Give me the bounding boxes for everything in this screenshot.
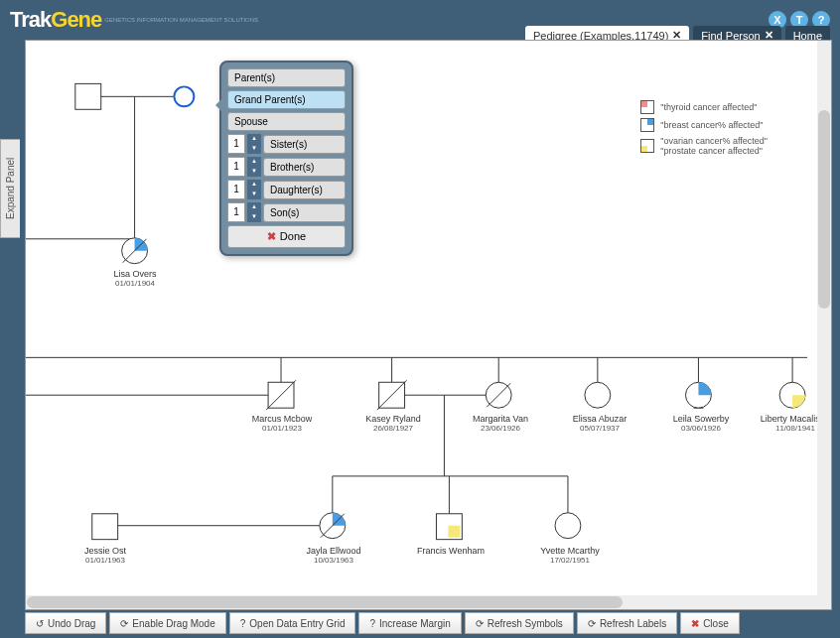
person-node[interactable]: Lisa Overs01/01/1904 <box>100 267 170 288</box>
logo-text-1: Trak <box>10 7 51 33</box>
scroll-thumb[interactable] <box>818 110 830 309</box>
svg-rect-32 <box>92 514 118 540</box>
svg-rect-25 <box>379 382 405 408</box>
expand-panel-button[interactable]: Expand Panel <box>0 139 20 238</box>
popup-grandparents[interactable]: Grand Parent(s) <box>227 90 346 109</box>
svg-rect-36 <box>448 526 460 538</box>
svg-point-27 <box>486 382 511 408</box>
popup-spouse[interactable]: Spouse <box>227 112 346 131</box>
pedigree-canvas[interactable]: Lisa Overs01/01/1904 Marcus Mcbow01/01/1… <box>25 40 832 610</box>
question-icon: ? <box>240 618 246 629</box>
svg-rect-35 <box>436 514 462 540</box>
close-icon: ✖ <box>691 618 699 629</box>
person-node[interactable]: Yvette Mcarthy17/02/1951 <box>530 544 610 565</box>
add-relative-popup: Parent(s) Grand Parent(s) Spouse 1▲▼Sist… <box>219 61 353 256</box>
svg-rect-19 <box>75 83 101 109</box>
close-button[interactable]: ✖Close <box>680 612 740 634</box>
svg-point-31 <box>779 382 805 408</box>
svg-point-20 <box>174 86 194 106</box>
stepper-icon[interactable]: ▲▼ <box>247 202 261 222</box>
legend-swatch-thyroid <box>640 100 654 114</box>
svg-point-21 <box>122 238 148 264</box>
question-icon: ? <box>369 618 375 629</box>
stepper-icon[interactable]: ▲▼ <box>247 134 261 154</box>
refresh-icon: ⟳ <box>120 618 128 629</box>
stepper-icon[interactable]: ▲▼ <box>247 157 261 177</box>
undo-drag-button[interactable]: ↺Undo Drag <box>25 612 106 634</box>
undo-icon: ↺ <box>36 618 44 629</box>
svg-point-29 <box>585 382 611 408</box>
person-node[interactable]: Elissa Abuzar05/07/1937 <box>560 412 639 433</box>
svg-point-37 <box>555 513 581 539</box>
close-icon: ✖ <box>267 230 276 242</box>
refresh-labels-button[interactable]: ⟳Refresh Labels <box>577 612 677 634</box>
popup-sons[interactable]: 1▲▼Son(s) <box>227 202 346 222</box>
open-grid-button[interactable]: ?Open Data Entry Grid <box>229 612 356 634</box>
svg-point-30 <box>685 382 711 408</box>
increase-margin-button[interactable]: ?Increase Margin <box>358 612 461 634</box>
svg-line-34 <box>321 514 345 538</box>
person-node[interactable]: Francis Wenham <box>411 544 490 556</box>
scroll-thumb[interactable] <box>27 596 623 608</box>
vertical-scrollbar[interactable] <box>817 41 831 609</box>
legend-swatch-breast <box>640 118 654 132</box>
legend-swatch-ovarian-prostate <box>640 139 654 153</box>
person-node[interactable]: Jayla Ellwood10/03/1963 <box>294 544 373 565</box>
svg-line-24 <box>266 380 296 410</box>
stepper-icon[interactable]: ▲▼ <box>247 180 261 199</box>
svg-point-33 <box>320 513 346 539</box>
footer-toolbar: ↺Undo Drag ⟳Enable Drag Mode ?Open Data … <box>25 612 832 634</box>
svg-line-28 <box>487 383 510 407</box>
popup-daughters[interactable]: 1▲▼Daughter(s) <box>227 180 346 199</box>
person-node[interactable]: Marcus Mcbow01/01/1923 <box>242 412 322 433</box>
refresh-icon: ⟳ <box>588 618 596 629</box>
popup-parents[interactable]: Parent(s) <box>227 68 346 87</box>
popup-sisters[interactable]: 1▲▼Sister(s) <box>227 134 346 154</box>
svg-line-26 <box>377 380 407 410</box>
legend: "thyroid cancer affected" "breast cancer… <box>640 100 768 160</box>
logo-text-2: Gene <box>51 7 101 33</box>
refresh-symbols-button[interactable]: ⟳Refresh Symbols <box>465 612 574 634</box>
svg-line-22 <box>123 239 147 263</box>
svg-rect-23 <box>268 382 294 408</box>
refresh-icon: ⟳ <box>476 618 484 629</box>
person-node[interactable]: Jessie Ost01/01/1963 <box>70 544 140 565</box>
popup-brothers[interactable]: 1▲▼Brother(s) <box>227 157 346 177</box>
enable-drag-button[interactable]: ⟳Enable Drag Mode <box>109 612 225 634</box>
pedigree-diagram: Lisa Overs01/01/1904 Marcus Mcbow01/01/1… <box>26 41 817 595</box>
popup-done-button[interactable]: ✖Done <box>227 225 346 248</box>
horizontal-scrollbar[interactable] <box>26 595 817 609</box>
person-node[interactable]: Margarita Van23/06/1926 <box>461 412 540 433</box>
logo-subtitle: GENETICS INFORMATION MANAGEMENT SOLUTION… <box>104 17 258 24</box>
app-logo: Trak Gene GENETICS INFORMATION MANAGEMEN… <box>10 7 258 33</box>
person-node[interactable]: Kasey Ryland26/08/1927 <box>353 412 433 433</box>
person-node[interactable]: Leila Sowerby03/06/1926 <box>661 412 741 433</box>
